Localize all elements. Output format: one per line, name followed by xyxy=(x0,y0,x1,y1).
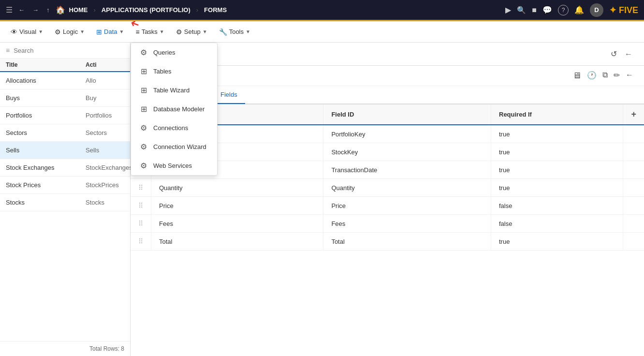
list-item-title: Stock Exchanges xyxy=(6,164,86,171)
dropdown-queries[interactable]: ⚙ Queries xyxy=(131,43,217,62)
dropdown-database-modeler[interactable]: ⊞ Database Modeler xyxy=(131,100,217,119)
avatar[interactable]: D xyxy=(590,3,603,17)
five-logo: ✦ FIVE xyxy=(609,5,638,15)
requiredif-cell: true xyxy=(491,179,623,197)
nav-data[interactable]: ⊞ Data ▼ xyxy=(91,25,129,39)
action-cell xyxy=(623,215,644,233)
caption-cell: Fees xyxy=(151,215,323,233)
breadcrumb-sep2: › xyxy=(196,6,198,14)
chat-icon[interactable]: 💬 xyxy=(542,5,552,15)
list-item[interactable]: BuysBuy xyxy=(0,89,130,107)
action-cell xyxy=(623,197,644,215)
data-caret: ▼ xyxy=(119,29,124,34)
forward-button[interactable]: → xyxy=(30,5,41,15)
table-row[interactable]: ⠿ Quantity Quantity true xyxy=(131,179,644,197)
drag-handle[interactable]: ⠿ xyxy=(138,202,143,209)
th-add[interactable]: + xyxy=(623,104,644,125)
visual-icon: 👁 xyxy=(11,28,17,36)
setup-label: Setup xyxy=(184,28,201,35)
app-breadcrumb[interactable]: APPLICATIONS (PORTFOLIO) xyxy=(102,6,190,14)
web-services-label: Web Services xyxy=(153,162,192,169)
table-wizard-icon: ⊞ xyxy=(139,86,148,95)
list-items-container: AllocationsAlloBuysBuyPortfoliosPortfoli… xyxy=(0,72,130,211)
right-header-icons: ↺ ← xyxy=(609,47,634,60)
caption-cell: Total xyxy=(151,233,323,251)
nav-tools[interactable]: 🔧 Tools ▼ xyxy=(214,25,255,39)
history-icon[interactable]: 🕐 xyxy=(586,70,598,82)
top-nav: ☰ ← → ↑ 🏠 HOME › APPLICATIONS (PORTFOLIO… xyxy=(0,0,644,21)
copy-icon[interactable]: ⧉ xyxy=(601,70,609,82)
tables-icon: ⊞ xyxy=(139,67,148,76)
dropdown-connection-wizard[interactable]: ⚙ Connection Wizard xyxy=(131,137,217,156)
fieldid-cell: Fees xyxy=(323,215,491,233)
back-circle-icon[interactable]: ↺ xyxy=(609,47,619,60)
header-title: Title xyxy=(6,61,86,68)
back-arrow-icon[interactable]: ← xyxy=(625,70,634,82)
edit-icon[interactable]: ✏ xyxy=(613,70,621,82)
table-row[interactable]: ⠿ Fees Fees false xyxy=(131,215,644,233)
back-button[interactable]: ← xyxy=(16,5,27,15)
logic-icon: ⚙ xyxy=(55,28,61,36)
home-icon[interactable]: 🏠 xyxy=(56,5,65,15)
list-item[interactable]: StocksStocks xyxy=(0,194,130,211)
data-icon: ⊞ xyxy=(96,28,102,36)
list-item-action: Allo xyxy=(86,77,124,84)
dropdown-connections[interactable]: ⚙ Connections xyxy=(131,119,217,137)
visual-label: Visual xyxy=(19,28,36,35)
table-row[interactable]: ⠿ Total Total true xyxy=(131,233,644,251)
list-item[interactable]: SectorsSectors xyxy=(0,124,130,142)
drag-cell: ⠿ xyxy=(131,215,151,233)
main-layout: ≡ Title Acti AllocationsAlloBuysBuyPortf… xyxy=(0,43,644,356)
stop-icon[interactable]: ■ xyxy=(532,6,537,15)
form-breadcrumb[interactable]: FORMS xyxy=(204,6,227,14)
nav-visual[interactable]: 👁 Visual ▼ xyxy=(6,25,48,39)
database-modeler-label: Database Modeler xyxy=(153,105,205,113)
drag-cell: ⠿ xyxy=(131,197,151,215)
help-icon[interactable]: ? xyxy=(558,5,569,15)
list-item-action: StockExchanges xyxy=(86,164,124,171)
tasks-label: Tasks xyxy=(142,28,158,35)
dropdown-tables[interactable]: ⊞ Tables xyxy=(131,62,217,81)
play-icon[interactable]: ▶ xyxy=(505,5,511,15)
drag-handle[interactable]: ⠿ xyxy=(138,220,143,227)
tab-fields[interactable]: Fields xyxy=(213,86,245,104)
connection-wizard-icon: ⚙ xyxy=(139,142,148,151)
drag-handle[interactable]: ⠿ xyxy=(138,237,143,245)
dropdown-table-wizard[interactable]: ⊞ Table Wizard xyxy=(131,81,217,100)
list-item-title: Sectors xyxy=(6,129,86,136)
drag-cell: ⠿ xyxy=(131,233,151,251)
nav-logic[interactable]: ⚙ Logic ▼ xyxy=(50,25,89,39)
hamburger-icon[interactable]: ☰ xyxy=(6,5,13,15)
list-item[interactable]: Stock PricesStockPrices xyxy=(0,177,130,194)
action-cell xyxy=(623,125,644,143)
add-field-button[interactable]: + xyxy=(631,109,636,119)
dropdown-web-services[interactable]: ⚙ Web Services xyxy=(131,156,217,175)
search-input[interactable] xyxy=(14,47,124,54)
web-services-icon: ⚙ xyxy=(139,161,148,170)
action-cell xyxy=(623,233,644,251)
search-icon: ≡ xyxy=(6,46,10,54)
list-item[interactable]: AllocationsAllo xyxy=(0,72,130,89)
visual-caret: ▼ xyxy=(38,29,43,34)
list-item[interactable]: Stock ExchangesStockExchanges xyxy=(0,159,130,177)
list-item-action: Portfolios xyxy=(86,112,124,119)
connections-label: Connections xyxy=(153,124,188,132)
fieldid-cell: Total xyxy=(323,233,491,251)
fieldid-cell: Price xyxy=(323,197,491,215)
drag-handle[interactable]: ⠿ xyxy=(138,184,143,192)
monitor-icon[interactable]: 🖥 xyxy=(571,70,582,82)
data-dropdown: ⚙ Queries ⊞ Tables ⊞ Table Wizard ⊞ Data… xyxy=(131,43,218,176)
list-item[interactable]: SellsSells xyxy=(0,142,130,159)
nav-setup[interactable]: ⚙ Setup ▼ xyxy=(171,25,212,39)
close-icon[interactable]: ← xyxy=(623,48,634,60)
logic-label: Logic xyxy=(63,28,78,35)
requiredif-cell: false xyxy=(491,197,623,215)
search-nav-icon[interactable]: 🔍 xyxy=(517,6,526,15)
list-item-title: Portfolios xyxy=(6,112,86,119)
up-button[interactable]: ↑ xyxy=(44,5,52,15)
list-item[interactable]: PortfoliosPortfolios xyxy=(0,107,130,124)
table-row[interactable]: ⠿ Price Price false xyxy=(131,197,644,215)
bell-icon[interactable]: 🔔 xyxy=(574,5,584,15)
home-breadcrumb[interactable]: HOME xyxy=(69,6,88,14)
fieldid-cell: PortfolioKey xyxy=(323,125,491,143)
